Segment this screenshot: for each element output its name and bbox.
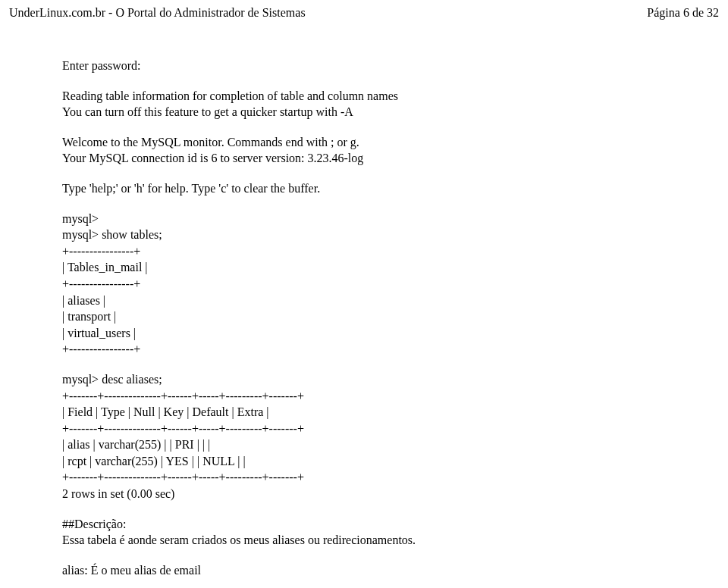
show-tables-block: mysql> mysql> show tables; +------------… (62, 211, 719, 358)
reading-table-block: Reading table information for completion… (62, 88, 719, 120)
table-border: +-------+--------------+------+-----+---… (62, 421, 719, 437)
mysql-prompt: mysql> (62, 211, 719, 227)
result-line: 2 rows in set (0.00 sec) (62, 486, 719, 502)
table-header: | Field | Type | Null | Key | Default | … (62, 404, 719, 421)
table-row: | rcpt | varchar(255) | YES | | NULL | | (62, 453, 719, 470)
table-border: +----------------+ (62, 341, 719, 358)
text-line: You can turn off this feature to get a q… (62, 104, 719, 120)
table-border: +-------+--------------+------+-----+---… (62, 469, 719, 486)
enter-password-line: Enter password: (62, 58, 719, 74)
help-line: Type 'help;' or 'h' for help. Type 'c' t… (62, 180, 719, 197)
mysql-command: mysql> show tables; (62, 227, 719, 243)
mysql-command: mysql> desc aliases; (62, 371, 719, 388)
table-row: | virtual_users | (62, 325, 719, 342)
header-page-number: Página 6 de 32 (647, 6, 719, 20)
table-border: +-------+--------------+------+-----+---… (62, 388, 719, 405)
page-header: UnderLinux.com.br - O Portal do Administ… (9, 6, 719, 20)
description-text: Essa tabela é aonde seram criados os meu… (62, 532, 719, 549)
document-content: Enter password: Reading table informatio… (62, 58, 719, 578)
desc-aliases-block: mysql> desc aliases; +-------+----------… (62, 371, 719, 502)
table-row: | alias | varchar(255) | | PRI | | | (62, 436, 719, 453)
text-line: Reading table information for completion… (62, 88, 719, 105)
welcome-block: Welcome to the MySQL monitor. Commands e… (62, 134, 719, 167)
table-row: | aliases | (62, 292, 719, 309)
table-header: | Tables_in_mail | (62, 259, 719, 276)
table-border: +----------------+ (62, 243, 719, 260)
table-border: +----------------+ (62, 276, 719, 292)
description-heading: ##Descrição: (62, 516, 719, 533)
text-line: Your MySQL connection id is 6 to server … (62, 150, 719, 167)
description-block: ##Descrição: Essa tabela é aonde seram c… (62, 516, 719, 549)
text-line: Welcome to the MySQL monitor. Commands e… (62, 134, 719, 151)
alias-line: alias: É o meu alias de email (62, 562, 719, 579)
table-row: | transport | (62, 308, 719, 325)
header-site-title: UnderLinux.com.br - O Portal do Administ… (9, 6, 306, 20)
